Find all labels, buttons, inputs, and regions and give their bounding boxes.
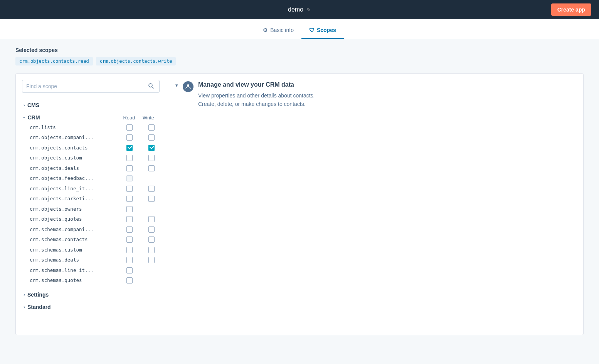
scopes-right-column: ▾ Manage and view your CRM data View pro… (166, 74, 583, 335)
svg-point-2 (187, 84, 189, 87)
crm-objects-owners-read-checkbox[interactable] (126, 206, 133, 212)
table-row: crm.schemas.contacts (25, 235, 163, 245)
crm-schemas-lineit-read-checkbox[interactable] (126, 267, 133, 273)
crm-objects-quotes-write-checkbox[interactable] (148, 216, 155, 222)
crm-schemas-companies-read-checkbox[interactable] (126, 226, 133, 233)
table-row: crm.objects.quotes (25, 214, 163, 225)
table-row: crm.lists (25, 122, 163, 133)
crm-schemas-companies-write-checkbox[interactable] (148, 226, 155, 233)
crm-objects-contacts-read-checkbox[interactable] (126, 145, 133, 151)
create-app-button[interactable]: Create app (551, 3, 591, 16)
crm-objects-marketi-read-checkbox[interactable] (126, 196, 133, 202)
crm-section-desc-line1: View properties and other details about … (198, 91, 315, 100)
crm-objects-lineit-read-checkbox[interactable] (126, 186, 133, 192)
crm-objects-deals-read-checkbox[interactable] (126, 165, 133, 171)
category-crm-section: › CRM Read Write crm.lists (22, 113, 160, 285)
crm-section-title: Manage and view your CRM data (198, 81, 315, 88)
table-row: crm.objects.feedbac... (25, 173, 163, 184)
table-row: crm.objects.deals (25, 163, 163, 173)
scopes-icon: 🛡 (309, 27, 315, 33)
crm-schemas-deals-write-checkbox[interactable] (148, 257, 155, 263)
crm-right-header: ▾ Manage and view your CRM data View pro… (175, 81, 574, 109)
table-row: crm.objects.compani... (25, 133, 163, 143)
scope-search-box (22, 80, 160, 93)
crm-objects-custom-read-checkbox[interactable] (126, 155, 133, 161)
crm-objects-deals-write-checkbox[interactable] (148, 165, 155, 171)
table-row: crm.objects.line_it... (25, 183, 163, 194)
crm-objects-custom-write-checkbox[interactable] (148, 155, 155, 161)
table-row: crm.schemas.custom (25, 245, 163, 255)
crm-objects-lineit-write-checkbox[interactable] (148, 186, 155, 192)
scope-tag-read: crm.objects.contacts.read (15, 57, 93, 65)
category-standard[interactable]: › Standard (22, 301, 160, 313)
crm-schemas-contacts-write-checkbox[interactable] (148, 237, 155, 243)
main-content: Selected scopes crm.objects.contacts.rea… (0, 39, 599, 343)
scope-search-button[interactable] (147, 82, 155, 91)
table-row: crm.schemas.compani... (25, 224, 163, 235)
standard-chevron-right-icon: › (24, 304, 25, 310)
crm-section-desc-line2: Create, delete, or make changes to conta… (198, 100, 315, 108)
tabs-bar: ⚙ Basic info 🛡 Scopes (0, 19, 599, 39)
tab-scopes[interactable]: 🛡 Scopes (301, 22, 344, 39)
scopes-left-column: › CMS › CRM Read Write (16, 74, 166, 335)
table-row: crm.schemas.line_it... (25, 265, 163, 275)
crm-chevron-down-icon[interactable]: › (21, 117, 27, 119)
scopes-panel: › CMS › CRM Read Write (15, 73, 584, 335)
category-cms[interactable]: › CMS (22, 99, 160, 111)
table-row: crm.objects.owners (25, 204, 163, 214)
search-icon (148, 83, 154, 89)
cms-chevron-right-icon: › (24, 102, 25, 108)
crm-scope-table: crm.lists crm.objects.compani... c (25, 122, 163, 285)
basic-info-icon: ⚙ (263, 27, 268, 33)
crm-objects-contacts-write-checkbox[interactable] (148, 145, 155, 151)
settings-chevron-right-icon: › (24, 292, 25, 297)
table-row: crm.schemas.deals (25, 255, 163, 265)
person-icon (185, 84, 191, 89)
crm-schemas-quotes-read-checkbox[interactable] (126, 277, 133, 283)
table-row: crm.objects.custom (25, 153, 163, 163)
crm-lists-read-checkbox[interactable] (126, 124, 133, 131)
crm-schemas-custom-read-checkbox[interactable] (126, 247, 133, 253)
crm-data-avatar (183, 81, 193, 92)
crm-objects-companies-write-checkbox[interactable] (148, 134, 155, 141)
edit-app-name-icon[interactable]: ✎ (306, 7, 311, 13)
svg-line-1 (152, 87, 153, 88)
selected-scope-tags: crm.objects.contacts.read crm.objects.co… (15, 57, 584, 65)
selected-scopes-label: Selected scopes (15, 47, 584, 53)
crm-objects-feedback-read-checkbox[interactable] (126, 175, 133, 181)
tab-basic-info[interactable]: ⚙ Basic info (255, 22, 301, 39)
crm-collapse-icon[interactable]: ▾ (175, 82, 178, 88)
crm-schemas-custom-write-checkbox[interactable] (148, 247, 155, 253)
scope-search-input[interactable] (26, 80, 147, 92)
table-row: crm.objects.contacts (25, 143, 163, 153)
crm-objects-marketi-write-checkbox[interactable] (148, 196, 155, 202)
category-settings[interactable]: › Settings (22, 289, 160, 301)
scope-tag-write: crm.objects.contacts.write (96, 57, 176, 65)
top-nav: demo ✎ Create app (0, 0, 599, 19)
table-row: crm.objects.marketi... (25, 194, 163, 204)
crm-schemas-deals-read-checkbox[interactable] (126, 257, 133, 263)
table-row: crm.schemas.quotes (25, 275, 163, 286)
app-name: demo (288, 6, 303, 13)
crm-lists-write-checkbox[interactable] (148, 124, 155, 131)
crm-objects-companies-read-checkbox[interactable] (126, 134, 133, 141)
crm-objects-quotes-read-checkbox[interactable] (126, 216, 133, 222)
app-title-area: demo ✎ (288, 6, 311, 13)
crm-schemas-contacts-read-checkbox[interactable] (126, 237, 133, 243)
